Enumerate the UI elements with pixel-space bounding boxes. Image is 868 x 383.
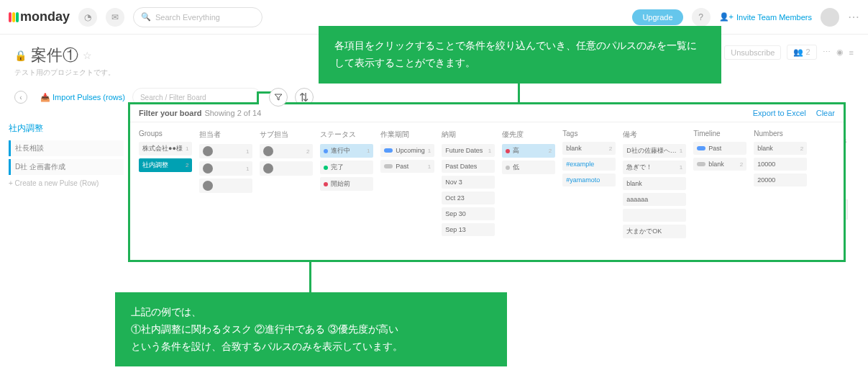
filter-chip[interactable]: 20000	[754, 174, 807, 186]
filter-chip[interactable]: blank2	[693, 158, 746, 171]
status-dot-icon	[324, 149, 328, 153]
filter-chip[interactable]: 大まかでOK	[623, 225, 686, 238]
pulse-row[interactable]: 社長相談	[9, 140, 124, 156]
activity-icon[interactable]: ◉	[836, 48, 844, 57]
filter-chip[interactable]: aaaaaa	[623, 193, 686, 206]
chip-label: 大まかでOK	[626, 227, 662, 236]
avatar-icon	[263, 163, 273, 174]
board-title[interactable]: 案件①	[31, 45, 78, 66]
user-avatar[interactable]	[821, 8, 839, 27]
filter-column-period: 作業期間Upcoming1Past1	[380, 130, 434, 241]
create-pulse-link[interactable]: + Create a new Pulse (Row)	[9, 179, 124, 187]
filter-chip[interactable]: Sep 30	[442, 207, 495, 220]
chip-label: 進行中	[331, 146, 350, 156]
chip-label: Past	[708, 145, 721, 152]
filter-chip[interactable]: 10000	[754, 158, 807, 171]
filter-column-label: Numbers	[754, 130, 807, 138]
back-icon[interactable]: ‹	[14, 91, 27, 104]
chip-label: D社の佐藤様へ…	[626, 146, 677, 156]
chip-label: Nov 3	[445, 179, 462, 186]
filter-chip[interactable]	[623, 209, 686, 222]
filter-column-tags: Tagsblank2#example#yamamoto	[562, 130, 616, 241]
unsubscribe-button[interactable]: Unsubscribe	[724, 45, 781, 60]
filter-chip[interactable]: 高2	[502, 144, 555, 158]
filter-header: Filter your board Showing 2 of 14 Export…	[130, 104, 844, 122]
avatar-icon	[203, 146, 213, 156]
filter-chip[interactable]: #yamamoto	[562, 174, 616, 186]
export-excel-link[interactable]: Export to Excel	[753, 109, 806, 117]
pulse-row[interactable]: D社 企画書作成	[9, 159, 124, 175]
board-subtitle: テスト用のプロジェクトです。	[14, 68, 115, 78]
filter-chip[interactable]: 1	[199, 161, 252, 176]
filter-chip[interactable]: Nov 3	[442, 176, 495, 189]
chip-label: #yamamoto	[566, 176, 600, 184]
filter-chip[interactable]: 急ぎで！1	[623, 161, 686, 174]
upgrade-button[interactable]: Upgrade	[632, 9, 682, 25]
connector-line	[518, 75, 520, 104]
chip-count: 1	[367, 148, 370, 154]
filter-icon[interactable]	[269, 88, 288, 107]
filter-chip[interactable]: blank2	[754, 142, 807, 155]
help-icon[interactable]: ?	[692, 8, 711, 27]
filter-chip[interactable]: 株式会社●●様1	[139, 142, 192, 156]
chip-label: 高	[513, 146, 519, 156]
chip-count: 2	[306, 148, 309, 155]
import-pulses-link[interactable]: 📥 Import Pulses (rows)	[40, 93, 125, 102]
chip-label: 10000	[757, 161, 775, 168]
filter-column-label: サブ担当	[260, 130, 313, 140]
filter-chip[interactable]: Oct 23	[442, 192, 495, 204]
filter-chip[interactable]: 社内調整2	[139, 158, 192, 172]
filter-count: Showing 2 of 14	[204, 109, 261, 117]
filter-column-timeline: TimelinePastblank2	[693, 130, 746, 241]
group-name[interactable]: 社内調整	[9, 122, 124, 135]
filter-chip[interactable]: Past Dates	[442, 160, 495, 173]
filter-column-label: Timeline	[693, 130, 746, 138]
filter-chip[interactable]: 開始前	[320, 177, 373, 191]
filter-chip[interactable]: D社の佐藤様へ…1	[623, 144, 686, 158]
filter-chip[interactable]: 1	[199, 144, 252, 158]
filter-column-groups: Groups株式会社●●様1社内調整2	[139, 130, 192, 241]
more-icon[interactable]: ⋯	[823, 48, 831, 57]
filter-chip[interactable]: Sep 13	[442, 223, 495, 236]
filter-chip[interactable]: blank	[623, 177, 686, 190]
invite-link[interactable]: 👤+ Invite Team Members	[719, 12, 812, 22]
filter-chip[interactable]: Past1	[380, 160, 434, 173]
status-dot-icon	[324, 166, 328, 170]
clear-filter-link[interactable]: Clear	[816, 109, 835, 117]
filter-chip[interactable]: #example	[562, 158, 616, 171]
chip-label: 開始前	[331, 179, 350, 189]
global-search[interactable]: 🔍 Search Everything	[133, 7, 262, 27]
filter-chip[interactable]: blank2	[562, 142, 616, 155]
star-icon[interactable]: ☆	[83, 50, 92, 61]
filter-chip[interactable]: 低	[502, 161, 555, 174]
filter-chip[interactable]: Past	[693, 142, 746, 155]
search-icon: 🔍	[141, 12, 151, 22]
filter-chip[interactable]: 進行中1	[320, 144, 373, 158]
inbox-icon[interactable]: ✉	[106, 8, 124, 27]
chip-label: 低	[513, 163, 519, 172]
filter-column-deadline: 納期Future Dates1Past DatesNov 3Oct 23Sep …	[442, 130, 495, 241]
filter-chip[interactable]: Upcoming1	[380, 144, 434, 157]
filter-chip[interactable]: 完了	[320, 161, 373, 174]
chip-label: blank	[708, 161, 724, 168]
filter-column-label: 担当者	[199, 130, 252, 140]
chip-label: aaaaaa	[626, 196, 648, 203]
menu-lines-icon[interactable]: ≡	[849, 48, 854, 57]
chip-count: 1	[428, 163, 431, 170]
chip-label: blank	[757, 145, 773, 152]
search-placeholder: Search Everything	[155, 13, 220, 22]
filter-chip[interactable]: 2	[260, 144, 313, 158]
filter-column-label: 備考	[623, 130, 686, 140]
menu-icon[interactable]: ⋯	[848, 10, 859, 24]
chip-label: blank	[626, 180, 642, 187]
chip-count: 1	[246, 148, 249, 155]
filter-chip[interactable]	[260, 161, 313, 176]
logo-mark-icon	[9, 12, 19, 22]
chip-count: 1	[488, 148, 491, 154]
group-sidebar: 社内調整 社長相談 D社 企画書作成 + Create a new Pulse …	[9, 122, 124, 187]
filter-chip[interactable]	[199, 179, 252, 193]
people-count[interactable]: 👥 2	[787, 45, 816, 60]
filter-chip[interactable]: Future Dates1	[442, 144, 495, 157]
chip-count: 1	[186, 145, 188, 152]
bell-icon[interactable]: ◔	[78, 8, 97, 27]
